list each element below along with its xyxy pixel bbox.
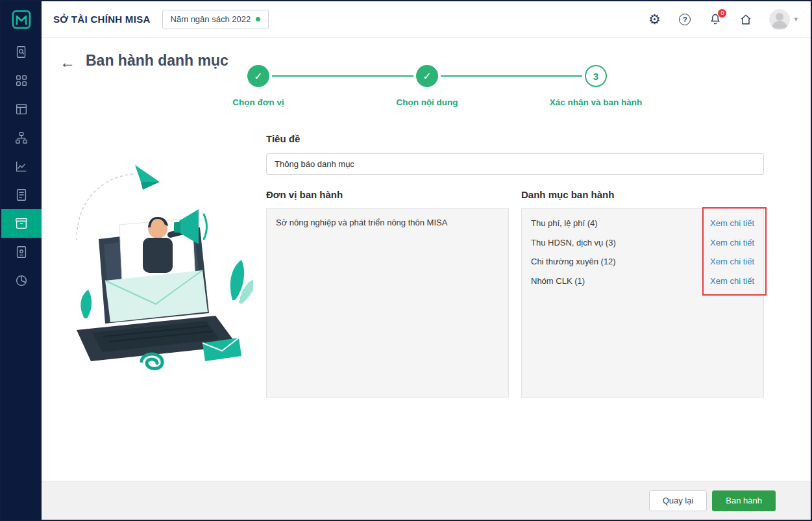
view-detail-link[interactable]: Xem chi tiết (710, 257, 754, 266)
page-title: Ban hành danh mục (86, 52, 228, 70)
header-actions: ⚙ ? 0 (647, 9, 811, 30)
sidebar-item-analytics[interactable] (1, 152, 42, 181)
category-name: Nhóm CLK (1) (531, 276, 585, 286)
document-info-icon (14, 245, 29, 259)
misa-logo[interactable] (1, 1, 42, 38)
sidebar-item-lookup[interactable] (1, 38, 42, 66)
step-2-circle: ✓ (416, 65, 438, 87)
back-arrow-icon[interactable]: ← (60, 53, 75, 71)
sidebar-item-documents[interactable] (1, 238, 42, 266)
avatar (769, 9, 790, 30)
step-connector-1 (272, 75, 413, 77)
budget-year-selector[interactable]: Năm ngân sách 2022 (162, 10, 269, 29)
publish-button[interactable]: Ban hành (712, 490, 776, 511)
help-icon[interactable]: ? (678, 12, 692, 27)
step-1-circle: ✓ (247, 65, 269, 87)
step-3-circle: 3 (585, 65, 607, 87)
sidebar-item-register[interactable] (1, 181, 42, 209)
sidebar-item-categories[interactable] (1, 209, 42, 238)
modules-grid-icon (14, 73, 29, 88)
announcement-illustration (65, 162, 253, 370)
wizard-content: ← Ban hành danh mục ✓ ✓ 3 Chọn đơn vị Ch… (42, 38, 811, 481)
category-archive-icon (14, 216, 29, 231)
sidebar-item-reports[interactable] (1, 95, 42, 123)
sidebar-item-org-structure[interactable] (1, 123, 42, 152)
settings-gear-icon[interactable]: ⚙ (647, 12, 661, 27)
home-glyph (739, 13, 752, 26)
step-2-label: Chọn nội dung (356, 97, 498, 107)
notification-badge: 0 (717, 8, 727, 18)
category-name: Thu HDSN, dịch vụ (3) (531, 238, 616, 248)
category-list: Thu phí, lệ phí (4) Xem chi tiết Thu HDS… (522, 209, 763, 290)
category-panel: Thu phí, lệ phí (4) Xem chi tiết Thu HDS… (521, 208, 764, 398)
category-row: Chi thường xuyên (12) Xem chi tiết (531, 252, 754, 272)
document-edit-icon (14, 188, 29, 202)
home-icon[interactable] (739, 12, 753, 27)
step-1-label: Chọn đơn vị (187, 97, 330, 107)
budget-year-label: Năm ngân sách 2022 (171, 14, 251, 24)
footer-bar: Quay lại Ban hành (42, 481, 811, 520)
category-row: Nhóm CLK (1) Xem chi tiết (531, 272, 754, 291)
pie-chart-icon (14, 273, 29, 288)
category-row: Thu phí, lệ phí (4) Xem chi tiết (531, 214, 754, 233)
sidebar-item-dashboard[interactable] (1, 66, 42, 95)
report-table-icon (14, 102, 29, 116)
caret-down-icon: ▾ (794, 15, 798, 23)
unit-item: Sở nông nghiệp và phát triển nông thôn M… (267, 209, 508, 227)
title-field-label: Tiêu đề (266, 133, 300, 144)
notifications-bell-icon[interactable]: 0 (708, 12, 722, 27)
line-chart-icon (14, 159, 29, 173)
budget-year-status-dot (256, 17, 260, 21)
view-detail-link[interactable]: Xem chi tiết (710, 238, 754, 248)
category-row: Thu HDSN, dịch vụ (3) Xem chi tiết (531, 233, 754, 253)
category-section-heading: Danh mục ban hành (521, 189, 614, 200)
category-name: Chi thường xuyên (12) (531, 257, 616, 266)
misa-logo-icon (10, 8, 32, 31)
category-name: Thu phí, lệ phí (4) (531, 218, 598, 228)
back-button[interactable]: Quay lại (649, 490, 707, 511)
view-detail-link[interactable]: Xem chi tiết (710, 276, 754, 286)
step-3-label: Xác nhận và ban hành (524, 97, 667, 107)
app-title: SỞ TÀI CHÍNH MISA (53, 14, 151, 25)
org-structure-icon (14, 131, 29, 145)
top-header: SỞ TÀI CHÍNH MISA Năm ngân sách 2022 ⚙ ? (42, 1, 811, 38)
document-search-icon (14, 45, 29, 59)
unit-panel: Sở nông nghiệp và phát triển nông thôn M… (266, 208, 509, 398)
user-menu[interactable]: ▾ (769, 9, 798, 30)
avatar-placeholder-icon (769, 9, 790, 30)
app-window: SỞ TÀI CHÍNH MISA Năm ngân sách 2022 ⚙ ? (0, 0, 812, 521)
unit-section-heading: Đơn vị ban hành (266, 189, 343, 200)
main-column: SỞ TÀI CHÍNH MISA Năm ngân sách 2022 ⚙ ? (42, 1, 811, 520)
sidebar (1, 1, 42, 520)
step-connector-2 (441, 75, 582, 77)
title-input[interactable] (266, 153, 764, 175)
sidebar-item-summary[interactable] (1, 266, 42, 295)
view-detail-link[interactable]: Xem chi tiết (710, 218, 754, 228)
